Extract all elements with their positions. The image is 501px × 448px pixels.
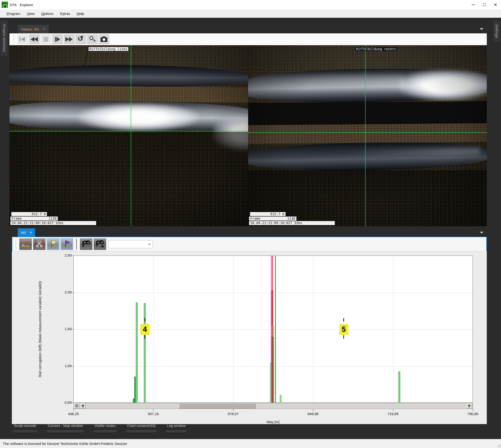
license-text: The software is licensed for Deutzer Tec… — [3, 442, 127, 446]
videos-tabrow: Videos: \43 × — [9, 25, 487, 33]
blue-flag-button[interactable] — [61, 239, 73, 250]
x-tick-mark — [233, 409, 234, 411]
chart-cursor-4[interactable]: 4 — [140, 324, 150, 335]
bottom-tab-label: Chart cursors(\43) — [126, 424, 156, 428]
svg-text:DTK: DTK — [23, 244, 30, 248]
video-title-overlay: Riffelbildung rechts — [355, 47, 397, 51]
zoom-icon — [89, 36, 96, 43]
chevron-down-icon[interactable] — [480, 232, 484, 234]
menu-view[interactable]: View — [24, 9, 38, 18]
bottom-tool-tabs: Script consoleCursors - Map windowVisibl… — [13, 424, 186, 432]
rewind-button[interactable] — [29, 34, 40, 44]
play-button[interactable] — [52, 34, 63, 44]
videos-panel: Videos: \43 × Riffelbildung links 612 — [9, 25, 487, 226]
frame-readout: Frame 1130 — [249, 217, 296, 221]
bottom-tab-visible-routes[interactable]: Visible routes — [93, 424, 117, 432]
close-button[interactable]: × — [490, 0, 501, 9]
menu-extras[interactable]: Extras — [57, 9, 74, 18]
video-title-overlay: Riffelbildung links — [89, 47, 128, 51]
menu-help[interactable]: Help — [73, 9, 87, 18]
x-tick-label: 507,16 — [139, 412, 167, 416]
scrollbar-zoom-button[interactable] — [74, 403, 80, 408]
cursor-line[interactable] — [275, 256, 276, 402]
video-left[interactable]: Riffelbildung links 612.7 m Frame 1130 1… — [9, 45, 248, 226]
x-tick-label: 436,25 — [59, 412, 88, 416]
tab-videos-43[interactable]: Videos: \43 × — [18, 25, 49, 33]
x-axis-label: Way [m] — [259, 420, 287, 424]
bottom-tab-label: Script console — [13, 424, 37, 428]
crosshair-vertical — [131, 45, 131, 226]
resize-grip[interactable] — [497, 444, 501, 448]
sidebar-tab-settings[interactable]: Settings — [493, 21, 500, 42]
stop-button[interactable] — [40, 34, 51, 44]
cut-icon — [35, 239, 44, 249]
close-icon: × — [494, 2, 497, 7]
chart-scrollbar[interactable] — [73, 403, 473, 409]
sidebar-tab-project-directory[interactable]: Project directory — [1, 21, 8, 56]
bottom-tab-log-window[interactable]: Log window — [166, 424, 186, 432]
chart-cursor-5[interactable]: 5 — [339, 324, 348, 335]
bottom-tab-handle — [126, 430, 156, 432]
mask-select-dropdown[interactable] — [108, 240, 153, 248]
chevron-down-icon — [148, 244, 151, 245]
chart-toolbar: DTK — [12, 237, 487, 251]
bottom-tab-label: Log window — [166, 424, 186, 428]
mask-button[interactable] — [80, 239, 92, 250]
maximize-button[interactable] — [479, 0, 490, 9]
zoom-out-icon — [75, 404, 78, 408]
bottom-tab-handle — [166, 430, 186, 432]
snapshot-button[interactable] — [99, 34, 109, 44]
distance-readout: 612.7 m — [250, 212, 285, 216]
close-icon[interactable]: × — [30, 230, 32, 235]
tab-chart-43[interactable]: \43 × — [18, 228, 35, 237]
loop-button[interactable] — [75, 34, 86, 44]
dtk-settings-button[interactable]: DTK — [19, 239, 32, 250]
distance-readout: 612.7 m — [11, 212, 47, 216]
bottom-tab-label: Visible routes — [93, 424, 117, 428]
video-right[interactable]: Riffelbildung rechts 612.7 m Frame 1130 … — [248, 45, 487, 226]
timestamp-readout: 16.04.21-21:09:10:027 32ms — [10, 221, 96, 225]
play-icon — [54, 36, 61, 43]
cut-button[interactable] — [33, 239, 46, 250]
skip-start-button[interactable] — [17, 34, 28, 44]
titlebar: DTK - Explorer × — [0, 0, 501, 9]
mask-add-button[interactable] — [94, 239, 106, 250]
x-tick-mark — [313, 409, 313, 411]
tab-videos-label: Videos: \43 — [21, 27, 39, 31]
scrollbar-thumb[interactable] — [179, 403, 255, 408]
app-icon — [2, 2, 8, 8]
y-tick-label: 2,00 — [52, 290, 71, 294]
chart-tabrow: \43 × — [12, 228, 487, 237]
menu-options[interactable]: Options — [38, 9, 57, 18]
chevron-down-icon[interactable] — [480, 28, 484, 30]
cursor-line[interactable] — [271, 256, 272, 402]
data-bar — [136, 302, 138, 403]
y-tick-label: 0,50 — [52, 400, 71, 404]
y-tick-label: 2,50 — [52, 253, 71, 257]
bottom-tab-label: Cursors - Map window — [47, 424, 84, 428]
yellow-flag-button[interactable] — [47, 239, 59, 250]
scrollbar-right-button[interactable] — [467, 403, 472, 408]
x-tick-mark — [73, 409, 74, 411]
close-icon[interactable]: × — [43, 27, 46, 32]
vignette — [248, 45, 487, 226]
bottom-tab-chart-cursors-43[interactable]: Chart cursors(\43) — [126, 424, 156, 432]
menu-program[interactable]: Program — [3, 9, 24, 18]
bottom-tab-handle — [93, 430, 117, 432]
dtk-chart-icon: DTK — [21, 239, 30, 249]
minimize-button[interactable] — [468, 0, 479, 9]
cursor-line[interactable] — [272, 256, 273, 402]
zoom-button[interactable] — [87, 34, 98, 44]
chart-plot[interactable]: 45 — [73, 256, 473, 403]
rewind-icon — [31, 36, 38, 43]
crosshair-vertical — [365, 45, 366, 226]
arrow-right-icon — [468, 404, 470, 407]
scrollbar-left-button[interactable] — [80, 403, 85, 408]
x-tick-label: 790,80 — [459, 412, 487, 416]
video-info-overlay: 612.7 m Frame 1130 16.04.21-21:09:10:027… — [249, 212, 335, 225]
video-info-overlay: 612.7 m Frame 1130 16.04.21-21:09:10:027… — [10, 212, 96, 225]
fast-forward-icon — [65, 36, 73, 43]
bottom-tab-cursors-map-window[interactable]: Cursors - Map window — [47, 424, 84, 432]
fast-forward-button[interactable] — [64, 34, 75, 44]
bottom-tab-script-console[interactable]: Script console — [13, 424, 37, 432]
